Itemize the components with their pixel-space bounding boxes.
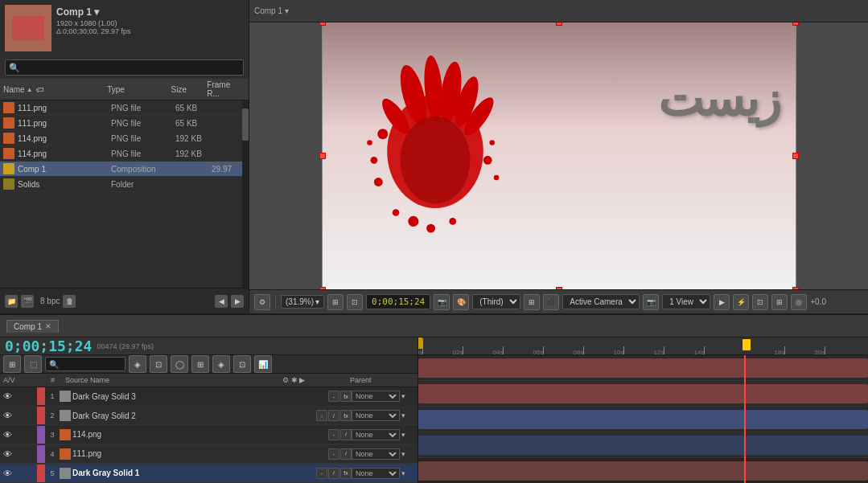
layer-eye[interactable]: 👁 — [2, 410, 13, 421]
track-bar-3[interactable] — [418, 410, 868, 429]
file-row-folder[interactable]: Solids Folder — [0, 177, 249, 192]
file-row[interactable]: 114.png PNG file 192 KB — [0, 146, 249, 162]
layer-search-input[interactable] — [45, 357, 125, 371]
layer-row[interactable]: 👁 4 111.png - / None ▾ — [0, 444, 418, 464]
playhead-marker[interactable] — [743, 339, 751, 350]
color-mgmt-btn[interactable]: ⬛ — [543, 294, 559, 310]
search-input[interactable] — [23, 63, 240, 72]
layer-lock[interactable] — [24, 410, 35, 421]
viewer-timecode[interactable]: 0;00;15;24 — [366, 294, 430, 309]
fast-preview-btn[interactable]: ⚡ — [733, 294, 749, 310]
layer-row[interactable]: 👁 2 Dark Gray Solid 2 - / fx None ▾ — [0, 407, 418, 426]
track-bar-5[interactable] — [418, 461, 868, 481]
layer-solo[interactable] — [13, 391, 24, 402]
camera-select[interactable]: Active Camera — [562, 294, 640, 309]
layer-lock[interactable] — [24, 468, 35, 479]
col-name-label[interactable]: Name — [3, 85, 25, 94]
parent-select[interactable]: None — [352, 410, 400, 421]
scrollbar-thumb[interactable] — [242, 108, 249, 141]
safe-zones-btn[interactable]: ⊡ — [347, 294, 363, 310]
view-mode-select[interactable]: (Third) — [472, 294, 520, 309]
file-row[interactable]: 114.png PNG file 192 KB — [0, 131, 249, 146]
track-row-4[interactable] — [418, 432, 868, 458]
switch-fx[interactable]: fx — [340, 468, 352, 479]
timeline-toggle-btn[interactable]: ⬚ — [24, 355, 42, 373]
handle-bm[interactable] — [556, 287, 562, 290]
camera-settings-btn[interactable]: 📷 — [643, 294, 659, 310]
track-row-1[interactable] — [418, 355, 868, 381]
layer-eye[interactable]: 👁 — [2, 468, 13, 479]
layer-row-selected[interactable]: 👁 5 Dark Gray Solid 1 - / fx None ▾ — [0, 464, 418, 483]
parent-select[interactable]: None — [352, 429, 400, 440]
file-row[interactable]: 111.png PNG file 65 KB — [0, 100, 249, 116]
switch-aa[interactable]: - — [328, 429, 339, 440]
layer-name[interactable]: Dark Gray Solid 3 — [72, 392, 328, 401]
timeline-timecode[interactable]: 0;00;15;24 — [5, 338, 92, 354]
layer-lock-btn[interactable]: ⊞ — [191, 355, 209, 373]
switch-aa[interactable]: - — [316, 468, 327, 479]
handle-tr[interactable] — [792, 23, 799, 26]
handle-mr[interactable] — [792, 153, 799, 159]
project-title[interactable]: Comp 1 ▾ — [56, 6, 131, 18]
parent-select[interactable]: None — [352, 391, 400, 402]
track-bar-4[interactable] — [418, 436, 868, 455]
file-row-comp[interactable]: Comp 1 Composition 29.97 — [0, 162, 249, 177]
layer-name[interactable]: 114.png — [72, 430, 328, 439]
handle-br[interactable] — [792, 287, 799, 290]
prev-btn[interactable]: ◀ — [215, 295, 228, 308]
parent-select[interactable]: None — [352, 448, 400, 460]
zoom-control[interactable]: (31.9%) ▾ — [281, 295, 324, 309]
timeline-sync-btn[interactable]: ⊡ — [752, 294, 768, 310]
handle-tl[interactable] — [319, 23, 326, 26]
track-row-2[interactable] — [418, 381, 868, 407]
layer-lock[interactable] — [24, 429, 35, 440]
track-row-5[interactable] — [418, 458, 868, 483]
switch-slash[interactable]: / — [328, 410, 339, 421]
track-bar-2[interactable] — [418, 384, 868, 403]
timeline-home-btn[interactable]: ⊞ — [3, 355, 21, 373]
switch-fx[interactable]: fx — [340, 391, 352, 402]
switch-aa[interactable]: - — [316, 410, 327, 421]
switch-slash[interactable]: / — [340, 429, 352, 440]
switch-aa[interactable]: - — [328, 391, 339, 402]
parent-select[interactable]: None — [352, 468, 400, 479]
trash-icon[interactable]: 🗑 — [63, 295, 76, 308]
layer-name-bold[interactable]: Dark Gray Solid 1 — [72, 469, 316, 477]
next-icon[interactable]: ▶ — [231, 295, 244, 308]
timeline-ruler[interactable]: 00s 02s 04s 06s 08s — [418, 338, 868, 355]
view-settings-btn[interactable]: ⚙ — [254, 294, 270, 310]
track-row-3[interactable] — [418, 407, 868, 432]
handle-ml[interactable] — [319, 153, 326, 159]
comp-tab-close[interactable]: ✕ — [45, 322, 51, 330]
project-search[interactable]: 🔍 — [5, 59, 244, 76]
grid-btn[interactable]: ⊞ — [771, 294, 788, 310]
layer-eye[interactable]: 👁 — [2, 448, 13, 460]
fit-btn[interactable]: ⊞ — [327, 294, 343, 310]
camera-snap-btn[interactable]: 📷 — [434, 294, 450, 310]
scrollbar[interactable] — [242, 100, 249, 288]
switch-slash[interactable]: / — [328, 468, 339, 479]
layer-eye[interactable]: 👁 — [2, 429, 13, 440]
layer-row[interactable]: 👁 3 114.png - / None ▾ — [0, 425, 418, 444]
new-comp-icon[interactable]: 🎬 — [21, 295, 34, 308]
work-area-start[interactable] — [418, 338, 423, 349]
view-toggle[interactable]: ⊞ — [524, 294, 540, 310]
switch-aa[interactable]: - — [328, 448, 339, 460]
render-btn[interactable]: ▶ — [714, 294, 730, 310]
frame-blend-btn[interactable]: ⊡ — [233, 355, 251, 373]
layer-row[interactable]: 👁 1 Dark Gray Solid 3 - fx None ▾ — [0, 387, 418, 407]
playhead-line[interactable] — [744, 355, 746, 483]
layer-solo-btn[interactable]: ◯ — [171, 355, 188, 373]
draft-btn[interactable]: ⊡ — [150, 355, 167, 373]
layer-solo[interactable] — [13, 468, 24, 479]
col-size-label[interactable]: Size — [171, 85, 208, 94]
file-row[interactable]: 111.png PNG file 65 KB — [0, 116, 249, 131]
handle-bl[interactable] — [319, 287, 326, 290]
motion-blur-btn[interactable]: ◈ — [129, 355, 146, 373]
layer-eye[interactable]: 👁 — [2, 391, 13, 402]
new-folder-icon[interactable]: 📁 — [5, 295, 18, 308]
color-btn[interactable]: 🎨 — [453, 294, 469, 310]
layer-solo[interactable] — [13, 410, 24, 421]
layer-lock[interactable] — [24, 391, 35, 402]
layer-solo[interactable] — [13, 429, 24, 440]
